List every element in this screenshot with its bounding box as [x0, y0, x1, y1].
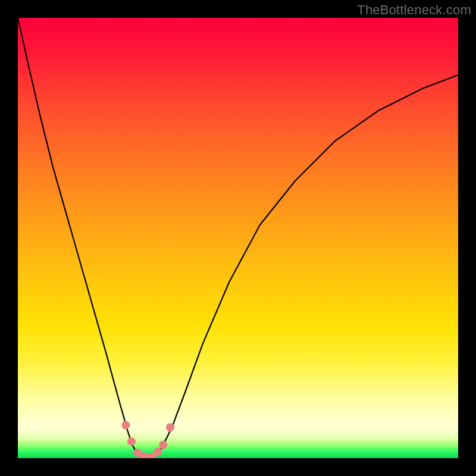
bottleneck-curve: [18, 18, 458, 458]
marker-dot: [166, 423, 174, 431]
chart-frame: TheBottleneck.com: [0, 0, 476, 476]
marker-dot: [154, 448, 162, 456]
watermark-text: TheBottleneck.com: [357, 2, 471, 18]
plot-area: [18, 18, 458, 458]
marker-dot: [127, 437, 136, 446]
marker-dot: [159, 441, 167, 449]
marker-dot: [121, 421, 130, 430]
curve-svg: [18, 18, 458, 458]
